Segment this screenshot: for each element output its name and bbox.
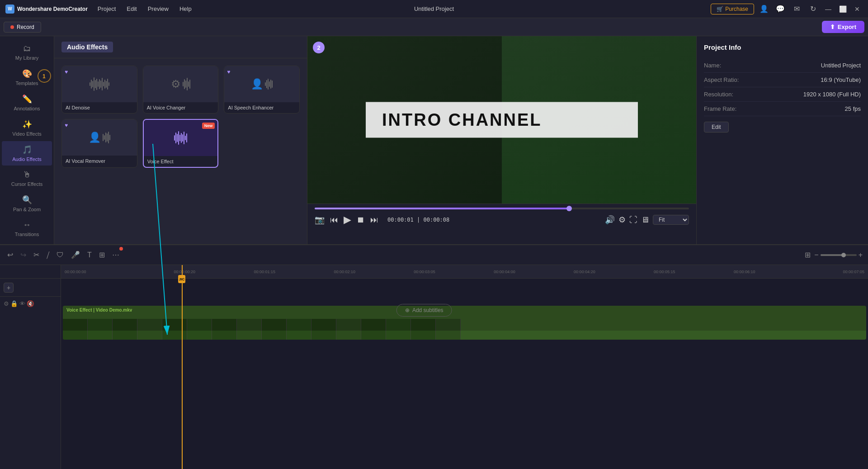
sidebar-label-audio-effects: Audio Effects bbox=[12, 156, 42, 162]
step-badge: 2 bbox=[313, 42, 325, 53]
split-button[interactable]: ⧸ bbox=[45, 249, 51, 261]
user-icon[interactable]: 👤 bbox=[758, 3, 770, 15]
menu-project[interactable]: Project bbox=[93, 4, 120, 14]
grid-view-button[interactable]: ⊞ bbox=[803, 249, 812, 261]
voice-changer-icon: ⚙ bbox=[171, 78, 181, 90]
progress-bar[interactable] bbox=[315, 208, 689, 209]
sidebar-label-video-effects: Video Effects bbox=[12, 131, 41, 137]
trim-button[interactable]: ✂ bbox=[32, 249, 41, 261]
stop-button[interactable]: ⏹ bbox=[357, 215, 365, 225]
text-button[interactable]: T bbox=[85, 249, 94, 261]
volume-button[interactable]: 🔊 bbox=[605, 215, 615, 225]
audio-waveform bbox=[63, 331, 866, 340]
subtitles-icon: ⊕ bbox=[405, 307, 410, 313]
zoom-in-button[interactable]: + bbox=[859, 251, 863, 259]
logo-icon: W bbox=[5, 5, 14, 14]
mic-button[interactable]: 🎤 bbox=[69, 249, 82, 261]
waveform-vocal bbox=[103, 132, 110, 143]
timeline: ↩ ↪ ✂ ⧸ 🛡 🎤 T ⊞ ⋯ ⊞ − + + ⚙ bbox=[0, 244, 868, 469]
effect-card-ai-denoise[interactable]: ♥ AI Denoise bbox=[61, 66, 137, 114]
timeline-toolbar: ↩ ↪ ✂ ⧸ 🛡 🎤 T ⊞ ⋯ ⊞ − + bbox=[0, 245, 868, 265]
waveform-denoise bbox=[90, 77, 109, 91]
zoom-slider[interactable] bbox=[821, 254, 857, 256]
redo-button[interactable]: ↪ bbox=[19, 249, 28, 261]
project-edit-button[interactable]: Edit bbox=[704, 122, 729, 133]
info-row-name: Name: Untitled Project bbox=[704, 58, 861, 73]
playhead-handle[interactable]: JIC bbox=[178, 275, 185, 283]
play-button[interactable]: ▶ bbox=[344, 214, 351, 226]
templates-icon: 🎨 bbox=[22, 69, 32, 79]
fit-select[interactable]: Fit Fill 1:1 Custom bbox=[653, 215, 689, 225]
zoom-controls: ⊞ − + bbox=[803, 249, 863, 261]
info-value-name: Untitled Project bbox=[821, 62, 861, 69]
export-button[interactable]: ⬆ Export bbox=[822, 21, 864, 33]
main-area: 🗂 My Library 🎨 Templates ✏️ Annotations … bbox=[0, 36, 868, 244]
fullscreen-button[interactable]: ⛶ bbox=[629, 215, 637, 225]
progress-handle[interactable] bbox=[566, 206, 572, 211]
library-icon: 🗂 bbox=[23, 44, 31, 53]
merge-button[interactable]: ⊞ bbox=[97, 249, 107, 261]
timeline-left-panel: + ⚙ 🔒 👁 🔇 bbox=[0, 265, 61, 469]
intro-overlay: INTRO CHANNEL bbox=[366, 102, 638, 138]
sidebar-label-annotations: Annotations bbox=[14, 106, 40, 111]
app-logo: W Wondershare DemoCreator bbox=[0, 5, 93, 14]
audio-effects-icon: 🎵 bbox=[22, 145, 32, 155]
effect-thumb-ai-vocal-remover: ♥ 👤 bbox=[62, 119, 137, 156]
sidebar-item-brand-kits[interactable]: 🏷 Brand Kits bbox=[2, 242, 52, 244]
video-effects-icon: ✨ bbox=[22, 119, 32, 129]
mail-icon[interactable]: ✉ bbox=[790, 3, 803, 15]
menu-preview[interactable]: Preview bbox=[143, 4, 173, 14]
close-button[interactable]: ✕ bbox=[852, 4, 863, 14]
undo-button[interactable]: ↩ bbox=[5, 249, 15, 261]
sidebar-item-cursor-effects[interactable]: 🖱 Cursor Effects bbox=[2, 166, 52, 190]
screen-icon[interactable]: 🖥 bbox=[641, 215, 649, 225]
sidebar-item-annotations[interactable]: ✏️ Annotations bbox=[2, 90, 52, 115]
zoom-out-button[interactable]: − bbox=[814, 251, 818, 259]
screenshot-button[interactable]: 📷 bbox=[315, 215, 325, 225]
topbar-right: 🛒 Purchase 👤 💬 ✉ ↻ — ⬜ ✕ bbox=[711, 3, 868, 15]
sidebar-item-my-library[interactable]: 🗂 My Library bbox=[2, 40, 52, 64]
effect-thumb-ai-speech-enhancer: ♥ 👤 bbox=[224, 66, 299, 102]
time-display: 00:00:01 | 00:00:08 bbox=[387, 217, 449, 223]
menu-help[interactable]: Help bbox=[175, 4, 196, 14]
record-button[interactable]: Record bbox=[4, 22, 41, 33]
effects-grid: ♥ AI Denoise ⚙ bbox=[54, 58, 307, 175]
menu-edit[interactable]: Edit bbox=[122, 4, 141, 14]
sidebar-item-audio-effects[interactable]: 🎵 Audio Effects bbox=[2, 141, 52, 166]
skip-back-button[interactable]: ⏮ bbox=[330, 215, 338, 225]
effect-card-ai-vocal-remover[interactable]: ♥ 👤 AI Vocal Remover bbox=[61, 119, 137, 168]
sidebar-item-transitions[interactable]: ↔ Transitions bbox=[2, 217, 52, 241]
track-eye-icon[interactable]: 👁 bbox=[19, 300, 25, 307]
add-track-button[interactable]: + bbox=[4, 283, 14, 293]
effect-card-ai-voice-changer[interactable]: ⚙ AI Voice Changer bbox=[143, 66, 219, 114]
track-lock-icon[interactable]: 🔒 bbox=[10, 300, 18, 307]
more-button[interactable]: ⋯ bbox=[110, 249, 121, 261]
effect-card-voice-effect[interactable]: New Voice Effect bbox=[143, 119, 219, 168]
effect-thumb-ai-voice-changer: ⚙ bbox=[143, 66, 218, 102]
waveform-speech bbox=[265, 79, 273, 90]
shield-button[interactable]: 🛡 bbox=[55, 249, 66, 261]
sidebar-item-pan-zoom[interactable]: 🔍 Pan & Zoom bbox=[2, 191, 52, 216]
minimize-button[interactable]: — bbox=[823, 4, 834, 14]
waveform-voice-changer bbox=[183, 78, 190, 90]
sidebar-item-video-effects[interactable]: ✨ Video Effects bbox=[2, 116, 52, 140]
panel-title: Audio Effects bbox=[61, 42, 113, 52]
add-subtitles-button[interactable]: ⊕ Add subtitles bbox=[396, 304, 452, 317]
video-placeholder: INTRO CHANNEL 2 bbox=[307, 36, 696, 204]
maximize-button[interactable]: ⬜ bbox=[837, 4, 848, 14]
sidebar-item-templates[interactable]: 🎨 Templates bbox=[2, 65, 52, 90]
track-settings-icon[interactable]: ⚙ bbox=[4, 300, 9, 307]
info-label-aspect: Aspect Ratio: bbox=[704, 76, 739, 83]
track-label: Voice Effect | Video Demo.mkv bbox=[66, 308, 132, 313]
info-label-name: Name: bbox=[704, 62, 721, 69]
skip-forward-button[interactable]: ⏭ bbox=[370, 215, 378, 225]
chat-icon[interactable]: 💬 bbox=[774, 3, 787, 15]
effect-card-ai-speech-enhancer[interactable]: ♥ 👤 AI Speech Enhancer bbox=[224, 66, 300, 114]
sync-icon[interactable]: ↻ bbox=[807, 3, 819, 15]
sidebar-label-my-library: My Library bbox=[15, 55, 38, 61]
track-mute-icon[interactable]: 🔇 bbox=[27, 300, 34, 307]
video-track: Voice Effect | Video Demo.mkv bbox=[63, 306, 866, 340]
purchase-button[interactable]: 🛒 Purchase bbox=[711, 4, 754, 14]
zoom-handle[interactable] bbox=[841, 253, 846, 257]
settings-button[interactable]: ⚙ bbox=[618, 215, 626, 225]
